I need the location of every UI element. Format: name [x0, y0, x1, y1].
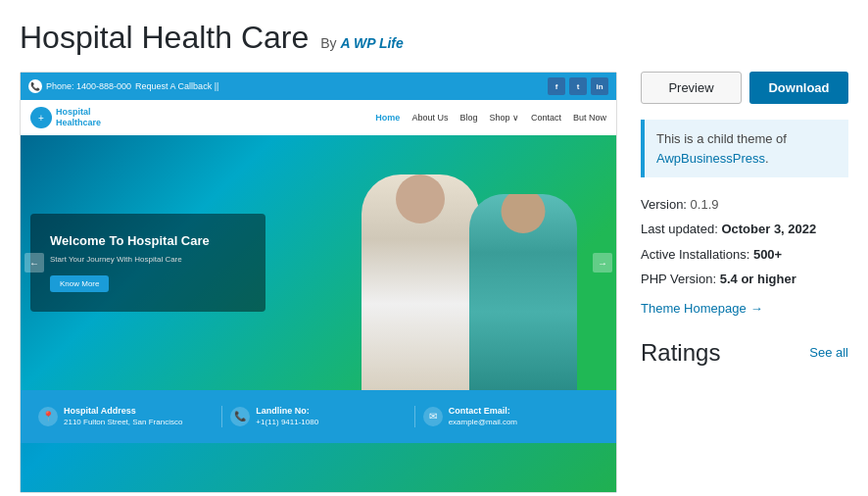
nav-about: About Us: [411, 113, 448, 123]
hero-arrow-right: →: [593, 253, 612, 273]
hero-title: Welcome To Hospital Care: [50, 233, 246, 250]
meta-installs: Active Installations: 500+: [641, 243, 848, 266]
ss-footer: 📍 Hospital Address 2110 Fulton Street, S…: [21, 390, 616, 443]
address-icon: 📍: [38, 407, 58, 426]
ss-nav-items: Home About Us Blog Shop ∨ Contact But No…: [375, 113, 606, 123]
nav-shop: Shop ∨: [489, 113, 519, 123]
twitter-icon: t: [569, 77, 587, 95]
theme-meta: Version: 0.1.9 Last updated: October 3, …: [641, 193, 848, 320]
topbar-callback: Request A Callback ||: [135, 81, 218, 91]
action-buttons: Preview Download: [641, 72, 848, 104]
sidebar: Preview Download This is a child theme o…: [641, 72, 848, 493]
linkedin-icon: in: [591, 77, 608, 95]
doctors-image: [322, 155, 577, 390]
topbar-phone: Phone: 1400-888-000: [46, 81, 131, 91]
preview-area: 📞 Phone: 1400-888-000 Request A Callback…: [20, 72, 617, 493]
footer-address-text: Hospital Address 2110 Fulton Street, San…: [64, 406, 182, 427]
nav-butnow: But Now: [573, 113, 606, 123]
page-title: Hospital Health Care: [20, 20, 309, 56]
ss-topbar-left: 📞 Phone: 1400-888-000 Request A Callback…: [28, 79, 218, 93]
theme-author: By A WP Life: [320, 35, 404, 51]
meta-updated: Last updated: October 3, 2022: [641, 218, 848, 240]
footer-phone: 📞 Landline No: +1(11) 9411-1080: [222, 406, 414, 427]
page-container: Hospital Health Care By A WP Life 📞 Phon…: [0, 0, 868, 496]
download-button[interactable]: Download: [749, 72, 848, 104]
doctor-1: [362, 174, 479, 390]
logo-text: Hospital Healthcare: [56, 107, 101, 128]
phone-icon: 📞: [28, 79, 42, 93]
nav-contact: Contact: [531, 113, 561, 123]
hero-arrow-left: ←: [24, 253, 44, 273]
email-icon: ✉: [423, 407, 443, 426]
child-theme-notice: This is a child theme of AwpBusinessPres…: [641, 120, 848, 177]
ss-topbar: 📞 Phone: 1400-888-000 Request A Callback…: [21, 73, 616, 100]
logo-icon: +: [30, 107, 52, 128]
author-link[interactable]: A WP Life: [340, 35, 403, 51]
ratings-section: Ratings See all: [641, 339, 848, 367]
nav-blog: Blog: [459, 113, 477, 123]
theme-header: Hospital Health Care By A WP Life: [20, 20, 848, 56]
see-all-link[interactable]: See all: [809, 345, 848, 360]
ratings-title: Ratings: [641, 339, 720, 367]
preview-button[interactable]: Preview: [641, 72, 742, 104]
theme-homepage-link[interactable]: Theme Homepage →: [641, 297, 848, 320]
ss-logo: + Hospital Healthcare: [30, 107, 101, 128]
ss-navbar: + Hospital Healthcare Home About Us Blog…: [21, 100, 616, 135]
footer-email: ✉ Contact Email: example@mail.com: [415, 406, 606, 427]
meta-version: Version: 0.1.9: [641, 193, 848, 216]
phone-footer-icon: 📞: [230, 407, 250, 426]
doctor-2: [469, 194, 577, 390]
ss-hero: ← Welcome To Hospital Care Start Your Jo…: [21, 135, 616, 390]
facebook-icon: f: [548, 77, 565, 95]
ss-topbar-social: f t in: [548, 77, 608, 95]
meta-php: PHP Version: 5.4 or higher: [641, 268, 848, 290]
screenshot-inner: 📞 Phone: 1400-888-000 Request A Callback…: [21, 73, 616, 492]
hero-button: Know More: [50, 275, 109, 292]
nav-home: Home: [375, 113, 400, 123]
theme-screenshot: 📞 Phone: 1400-888-000 Request A Callback…: [20, 72, 617, 493]
footer-phone-text: Landline No: +1(11) 9411-1080: [256, 406, 318, 427]
hero-subtitle: Start Your Journey With Hospital Care: [50, 255, 246, 264]
footer-address: 📍 Hospital Address 2110 Fulton Street, S…: [30, 406, 222, 427]
parent-theme-link[interactable]: AwpBusinessPress: [656, 151, 765, 166]
hero-content: Welcome To Hospital Care Start Your Jour…: [30, 214, 265, 313]
footer-email-text: Contact Email: example@mail.com: [449, 406, 517, 427]
main-content: 📞 Phone: 1400-888-000 Request A Callback…: [20, 72, 848, 493]
